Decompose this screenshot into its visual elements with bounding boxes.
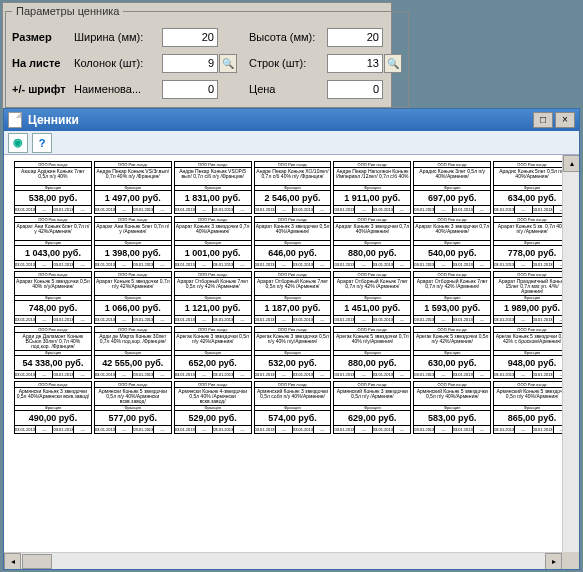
- tag-dates: 03.01.2013—03.01.2013—: [15, 315, 91, 323]
- param-label-bold: Размер: [12, 31, 74, 43]
- tag-dates: 03.01.2013—03.01.2013—: [494, 205, 570, 213]
- price-tag-cell: ООО Рив лэндсАрегак Коньяк 3 звездочки 0…: [254, 326, 332, 379]
- tag-dates: 03.01.2013—03.01.2013—: [95, 370, 171, 378]
- tag-price: 778,00 руб.: [494, 246, 570, 260]
- param-input[interactable]: [162, 54, 218, 73]
- tag-price: 538,00 руб.: [15, 191, 91, 205]
- param-input[interactable]: [162, 28, 218, 47]
- tag-dates: 03.01.2013—03.01.2013—: [414, 425, 490, 433]
- tag-price: 880,00 руб.: [334, 356, 410, 370]
- tag-price: 1 001,00 руб.: [175, 246, 251, 260]
- scroll-up-button[interactable]: ▴: [563, 155, 579, 172]
- tag-product-name: Арарат Коньяк 3 звездочки 0,7л 40%/Армен…: [334, 223, 410, 241]
- param-label: Ширина (мм):: [74, 31, 162, 43]
- tag-product-name: Арегак Коньяк 5 звездочки 0,5л 42% с бро…: [494, 333, 570, 351]
- tag-dates: 03.01.2013—03.01.2013—: [95, 315, 171, 323]
- tag-product-name: Акшар Арджин Коньяк 7лет 0,5л п/у 40%: [15, 168, 91, 186]
- scroll-right-button[interactable]: ▸: [545, 553, 562, 569]
- price-tag-cell: ООО Рив лэндсАрарат Ани Коньяк 5лет 0,7л…: [94, 216, 172, 269]
- parameters-legend: Параметры ценника: [12, 5, 123, 17]
- tag-product-name: Арди де Марта Коньяк 30лет 0,7л 40% под.…: [95, 333, 171, 351]
- titlebar[interactable]: Ценники □ ×: [4, 109, 579, 131]
- scroll-thumb[interactable]: [22, 554, 52, 569]
- price-tag-cell: ООО Рив лэндсАрадис Коньяк 5лет 0,5л п/у…: [493, 161, 571, 214]
- tag-price: 652,00 руб.: [175, 356, 251, 370]
- tag-dates: 03.01.2013—03.01.2013—: [414, 370, 490, 378]
- tag-price: 1 043,00 руб.: [15, 246, 91, 260]
- tag-dates: 03.01.2013—03.01.2013—: [175, 425, 251, 433]
- price-tag-cell: ООО Рив лэндсАрарат Отборный Коньяк 7лет…: [333, 271, 411, 324]
- tag-price: 1 911,00 руб.: [334, 191, 410, 205]
- tag-product-name: Арадис Коньяк 5лет 0,5л п/у 40%/Армения/: [494, 168, 570, 186]
- price-tag-cell: ООО Рив лэндсАкшар Арджин Коньяк 7лет 0,…: [14, 161, 92, 214]
- tag-dates: 03.01.2013—03.01.2013—: [334, 260, 410, 268]
- parameters-panel: Параметры ценника РазмерШирина (мм):Высо…: [2, 2, 392, 111]
- tag-price: 577,00 руб.: [95, 411, 171, 425]
- tag-price: 1 989,00 руб.: [494, 301, 570, 315]
- snapshot-button[interactable]: ◉: [8, 133, 28, 153]
- tag-dates: 03.01.2013—03.01.2013—: [255, 425, 331, 433]
- tag-price: 54 338,00 руб.: [15, 356, 91, 370]
- param-input[interactable]: [327, 80, 383, 99]
- tag-dates: 03.01.2013—03.01.2013—: [15, 260, 91, 268]
- param-label: Цена: [249, 83, 327, 95]
- param-input[interactable]: [327, 54, 383, 73]
- tag-price: 1 187,00 руб.: [255, 301, 331, 315]
- help-button[interactable]: ?: [32, 133, 52, 153]
- tag-dates: 03.01.2013—03.01.2013—: [95, 205, 171, 213]
- tag-dates: 03.01.2013—03.01.2013—: [414, 315, 490, 323]
- horizontal-scrollbar[interactable]: ◂ ▸: [4, 552, 562, 569]
- tag-dates: 03.01.2013—03.01.2013—: [334, 205, 410, 213]
- tag-price: 529,00 руб.: [175, 411, 251, 425]
- maximize-button[interactable]: □: [533, 112, 553, 128]
- tag-product-name: Армянский Коньяк 5 звездочки 0,5л п/у 40…: [494, 388, 570, 406]
- param-input[interactable]: [327, 28, 383, 47]
- price-tag-cell: ООО Рив лэндсАрегак Коньяк 3 звездочки 0…: [174, 326, 252, 379]
- tag-price: 880,00 руб.: [334, 246, 410, 260]
- vertical-scrollbar[interactable]: ▴: [562, 155, 579, 552]
- tag-product-name: Арарат Коньяк 3 звездочки 0,5л 40%/Армен…: [255, 223, 331, 241]
- tag-price: 1 451,00 руб.: [334, 301, 410, 315]
- tag-price: 1 831,00 руб.: [175, 191, 251, 205]
- close-button[interactable]: ×: [555, 112, 575, 128]
- tag-dates: 03.01.2013—03.01.2013—: [175, 370, 251, 378]
- tag-product-name: Армянски Коньяк 4-звездочки 0,5л 40% /Ар…: [175, 388, 251, 406]
- price-tag-cell: ООО Рив лэндсАрмянский Коньяк 5 звездочк…: [493, 381, 571, 434]
- scroll-left-button[interactable]: ◂: [4, 553, 21, 569]
- tag-dates: 03.01.2013—03.01.2013—: [494, 315, 570, 323]
- tag-product-name: Арарат Коньяк 5 зв. 0,7л 40% п/у /Армени…: [494, 223, 570, 241]
- tag-price: 865,00 руб.: [494, 411, 570, 425]
- price-tag-cell: ООО Рив лэндсАрарат Отборный Коньяк 7лет…: [174, 271, 252, 324]
- tag-product-name: Арарат Отборный Коньяк 7лет 0,5л п/у 42%…: [175, 278, 251, 296]
- tag-product-name: Армянский Коньяк 3 звездочки 0,5л собп п…: [255, 388, 331, 406]
- tag-price: 1 593,00 руб.: [414, 301, 490, 315]
- sheet-area: ООО Рив лэндсАкшар Арджин Коньяк 7лет 0,…: [4, 155, 579, 569]
- tag-product-name: Андре Пекар Коньяк VS/3г.вып/ 0,7л 40% п…: [95, 168, 171, 186]
- tag-price: 574,00 руб.: [255, 411, 331, 425]
- tag-price: 697,00 руб.: [414, 191, 490, 205]
- tag-price: 948,00 руб.: [494, 356, 570, 370]
- lookup-button[interactable]: 🔍: [384, 54, 402, 73]
- price-tags-window: Ценники □ × ◉ ? ООО Рив лэндсАкшар Арджи…: [3, 108, 580, 570]
- price-tag-cell: ООО Рив лэндсАрмянски Коньяк 5 звездочки…: [94, 381, 172, 434]
- tag-dates: 03.01.2013—03.01.2013—: [175, 205, 251, 213]
- tag-dates: 03.01.2013—03.01.2013—: [255, 205, 331, 213]
- price-tag-cell: ООО Рив лэндсАрди де Даламонт Коньяк ВСь…: [14, 326, 92, 379]
- tag-product-name: Арарат Ани Коньяк 6лет 0,7л п/у 42%/Арме…: [15, 223, 91, 241]
- tag-product-name: Арегак Коньяк 5 звездочки 0,5л п/у 42%/А…: [414, 333, 490, 351]
- lookup-button[interactable]: 🔍: [219, 54, 237, 73]
- price-tag-cell: ООО Рив лэндсАрарат Коньяк 5 звездочки 0…: [14, 271, 92, 324]
- param-input[interactable]: [162, 80, 218, 99]
- price-tag-cell: ООО Рив лэндсАрмянский Коньяк 3 звездочк…: [333, 381, 411, 434]
- tag-dates: 03.01.2013—03.01.2013—: [255, 315, 331, 323]
- tag-product-name: Арегак Коньяк 3 звездочки 0,5л п/у 42%/А…: [175, 333, 251, 351]
- tag-dates: 03.01.2013—03.01.2013—: [15, 370, 91, 378]
- tag-product-name: Арегак Коньяк 5 звездочки 0,7л 40% п/у/А…: [334, 333, 410, 351]
- tag-product-name: Арарат Ани Коньяк 5лет 0,7л п/у /Армения…: [95, 223, 171, 241]
- price-tag-cell: ООО Рив лэндсАрарат Коньяк 3 звездочки 0…: [413, 216, 491, 269]
- price-tag-grid: ООО Рив лэндсАкшар Арджин Коньяк 7лет 0,…: [14, 161, 571, 434]
- tag-product-name: Арарат Отборный Коньяк 7лет 0,5л п/у 42%…: [255, 278, 331, 296]
- tag-product-name: Арарат Коньяк 5 звездочки 0,5л 40% п/у/А…: [15, 278, 91, 296]
- tag-product-name: Арди де Даламонт Коньяк ВСьюп 30лет/ 0,7…: [15, 333, 91, 351]
- tag-dates: 03.01.2013—03.01.2013—: [255, 260, 331, 268]
